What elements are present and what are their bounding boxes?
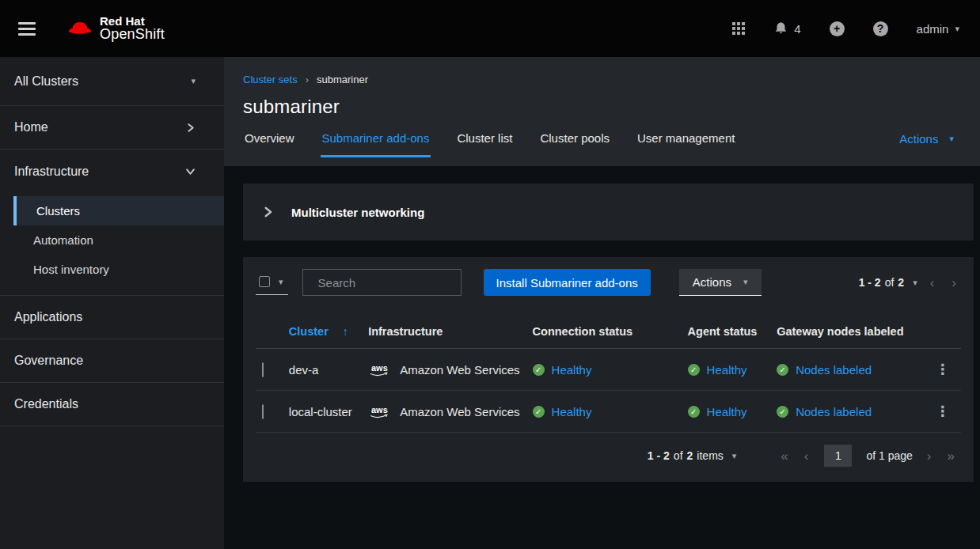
sidebar-item-clusters[interactable]: Clusters bbox=[13, 196, 224, 225]
caret-down-icon: ▾ bbox=[191, 77, 196, 85]
caret-down-icon: ▾ bbox=[949, 134, 954, 143]
brand-logo: Red Hat OpenShift bbox=[67, 15, 165, 43]
cluster-name: dev-a bbox=[283, 349, 362, 391]
sidebar-item-home[interactable]: Home bbox=[0, 106, 224, 150]
brand-name-line1: Red Hat bbox=[100, 15, 165, 28]
sidebar-item-credentials[interactable]: Credentials bbox=[0, 383, 224, 426]
infrastructure-subnav: Clusters Automation Host inventory bbox=[0, 193, 224, 296]
sidebar-item-host-inventory[interactable]: Host inventory bbox=[0, 255, 224, 284]
notifications-button[interactable]: 4 bbox=[773, 21, 800, 36]
first-page-button[interactable]: « bbox=[776, 449, 792, 463]
connection-status-link[interactable]: Healthy bbox=[552, 405, 592, 418]
page-count-label: of 1 page bbox=[866, 449, 912, 462]
pagination-options-toggle[interactable]: 1 - 2 of 2 items ▾ bbox=[648, 449, 736, 462]
red-hat-fedora-icon bbox=[67, 19, 93, 38]
table-toolbar: ▾ Install Submariner add-ons Actions ▾ bbox=[256, 269, 961, 296]
chevron-right-icon bbox=[262, 206, 273, 218]
aws-logo-icon: aws bbox=[368, 403, 392, 420]
column-header-agent-status: Agent status bbox=[682, 316, 771, 349]
chevron-down-icon bbox=[185, 166, 196, 176]
tab-user-management[interactable]: User management bbox=[636, 131, 736, 157]
cluster-perspective-selector[interactable]: All Clusters ▾ bbox=[0, 57, 224, 106]
agent-status-link[interactable]: Healthy bbox=[707, 363, 747, 377]
current-page-input[interactable] bbox=[824, 445, 852, 467]
tab-overview[interactable]: Overview bbox=[243, 131, 296, 157]
svg-text:aws: aws bbox=[371, 363, 388, 373]
infrastructure-provider: Amazon Web Services bbox=[400, 363, 519, 377]
column-header-connection-status: Connection status bbox=[526, 316, 682, 349]
kebab-menu-icon[interactable]: ⋮ bbox=[931, 403, 955, 420]
caret-down-icon: ▾ bbox=[955, 25, 959, 33]
caret-down-icon: ▾ bbox=[743, 278, 748, 286]
sidebar-item-infrastructure[interactable]: Infrastructure bbox=[0, 150, 224, 193]
row-checkbox[interactable] bbox=[262, 362, 264, 377]
breadcrumb-current: submariner bbox=[317, 74, 368, 85]
section-title: Multicluster networking bbox=[291, 206, 424, 219]
username: admin bbox=[917, 22, 949, 36]
cluster-name: local-cluster bbox=[283, 391, 362, 433]
page-content: Multicluster networking ▾ bbox=[224, 166, 980, 549]
sidebar-item-automation[interactable]: Automation bbox=[0, 225, 224, 255]
healthy-check-icon: ✓ bbox=[533, 364, 545, 376]
caret-down-icon: ▾ bbox=[913, 278, 917, 287]
user-menu[interactable]: admin ▾ bbox=[917, 22, 959, 36]
column-header-infrastructure: Infrastructure bbox=[362, 316, 526, 349]
pagination-top: 1 - 2 of 2 ▾ ‹ › bbox=[859, 276, 961, 290]
healthy-check-icon: ✓ bbox=[688, 364, 700, 376]
previous-page-button[interactable]: ‹ bbox=[925, 276, 940, 290]
pagination-options-toggle[interactable]: 1 - 2 of 2 ▾ bbox=[859, 276, 917, 289]
bulk-select-checkbox[interactable] bbox=[259, 276, 270, 287]
breadcrumb-cluster-sets-link[interactable]: Cluster sets bbox=[243, 74, 298, 85]
breadcrumb: Cluster sets › submariner bbox=[243, 74, 980, 85]
chevron-right-icon bbox=[185, 123, 196, 133]
aws-logo-icon: aws bbox=[368, 362, 392, 378]
tab-cluster-pools[interactable]: Cluster pools bbox=[538, 131, 611, 157]
svg-text:aws: aws bbox=[371, 405, 388, 415]
app-launcher-icon[interactable] bbox=[732, 22, 745, 35]
clusters-table: Cluster ↑ Infrastructure Connection stat… bbox=[256, 316, 961, 433]
previous-page-button[interactable]: ‹ bbox=[800, 449, 814, 463]
caret-down-icon: ▾ bbox=[732, 452, 737, 460]
page-header: Cluster sets › submariner submariner Ove… bbox=[224, 57, 980, 166]
table-row: local-cluster aws Amazon Web Services bbox=[256, 391, 961, 433]
help-icon[interactable]: ? bbox=[873, 21, 888, 36]
sidebar-item-applications[interactable]: Applications bbox=[0, 296, 224, 339]
bell-icon bbox=[773, 21, 788, 36]
caret-down-icon: ▾ bbox=[279, 278, 283, 286]
sidebar-nav: All Clusters ▾ Home Infrastructure Clust… bbox=[0, 57, 224, 549]
add-resource-icon[interactable]: + bbox=[830, 21, 845, 36]
submariner-addons-table-card: ▾ Install Submariner add-ons Actions ▾ bbox=[243, 257, 974, 482]
search-input[interactable] bbox=[318, 276, 476, 290]
multicluster-networking-section: Multicluster networking bbox=[243, 184, 974, 240]
sort-ascending-icon: ↑ bbox=[343, 325, 348, 338]
page-actions-dropdown[interactable]: Actions ▾ bbox=[899, 132, 954, 146]
nav-toggle-hamburger-icon[interactable] bbox=[15, 19, 39, 39]
toolbar-actions-dropdown[interactable]: Actions ▾ bbox=[679, 269, 762, 296]
install-submariner-addons-button[interactable]: Install Submariner add-ons bbox=[484, 269, 651, 296]
next-page-button[interactable]: › bbox=[947, 276, 961, 290]
tab-submariner-add-ons[interactable]: Submariner add-ons bbox=[321, 131, 431, 157]
connection-status-link[interactable]: Healthy bbox=[552, 363, 592, 377]
next-page-button[interactable]: › bbox=[922, 449, 936, 463]
pagination-bottom: 1 - 2 of 2 items ▾ « ‹ of 1 page › » bbox=[256, 433, 961, 482]
page-title: submariner bbox=[243, 96, 980, 118]
gateway-nodes-link[interactable]: Nodes labeled bbox=[796, 363, 872, 377]
bulk-select-dropdown[interactable]: ▾ bbox=[256, 276, 288, 295]
breadcrumb-separator-icon: › bbox=[306, 74, 309, 85]
sidebar-item-governance[interactable]: Governance bbox=[0, 339, 224, 383]
kebab-menu-icon[interactable]: ⋮ bbox=[931, 361, 955, 378]
column-header-cluster[interactable]: Cluster ↑ bbox=[283, 316, 362, 349]
healthy-check-icon: ✓ bbox=[777, 406, 788, 418]
healthy-check-icon: ✓ bbox=[533, 406, 545, 418]
masthead: Red Hat OpenShift 4 + ? admin ▾ bbox=[0, 0, 980, 57]
healthy-check-icon: ✓ bbox=[688, 406, 700, 418]
tab-cluster-list[interactable]: Cluster list bbox=[455, 131, 514, 157]
last-page-button[interactable]: » bbox=[943, 449, 959, 463]
search-box bbox=[302, 269, 462, 296]
column-header-gateway-nodes-labeled: Gateway nodes labeled bbox=[770, 316, 925, 349]
gateway-nodes-link[interactable]: Nodes labeled bbox=[796, 405, 872, 418]
table-row: dev-a aws Amazon Web Services bbox=[256, 349, 961, 391]
row-checkbox[interactable] bbox=[262, 404, 264, 419]
agent-status-link[interactable]: Healthy bbox=[707, 405, 747, 418]
expand-section-button[interactable] bbox=[256, 206, 279, 218]
